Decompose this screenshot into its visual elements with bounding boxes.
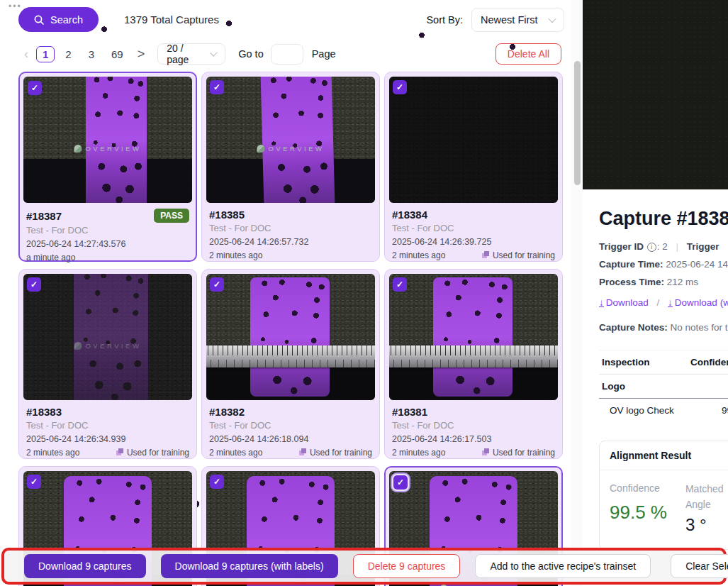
download-links-row: ↓Download / ↓Download (with labels)	[599, 297, 728, 308]
confidence-label: Confidence	[610, 482, 660, 494]
trigger-secondary-label: Trigger	[687, 241, 719, 252]
inspection-confidence: 99.5%	[688, 399, 728, 423]
capture-card[interactable]: ✓ OVERVIEW #18385 Test - For DOC 2025-06…	[201, 72, 380, 262]
capture-detail-panel: Capture #18387 Trigger ID i: 2 | Trigger…	[583, 0, 728, 586]
matched-angle-value: 3 °	[685, 515, 728, 535]
trigger-id-label: Trigger ID	[599, 241, 644, 252]
trainset-icon	[482, 253, 487, 258]
capture-card[interactable]: ✓ OVERVIEW #18383 Test - For DOC 2025-06…	[18, 269, 197, 459]
training-badge-label: Used for training	[127, 448, 189, 458]
capture-time-value: 2025-06-24 14:27:43.576	[666, 259, 728, 270]
capture-timestamp: 2025-06-24 14:26:57.732	[209, 237, 372, 247]
capture-card[interactable]: ✓ OVERVIEW #18381 Test - For DOC 2025-06…	[384, 269, 563, 459]
capture-checkbox[interactable]: ✓	[393, 80, 407, 94]
capture-full-image[interactable]	[583, 0, 728, 189]
overview-watermark: OVERVIEW	[74, 145, 141, 153]
clear-selection-button[interactable]: Clear Selection	[671, 554, 728, 578]
trainset-icon	[482, 450, 487, 455]
training-badge: Used for training	[299, 448, 372, 458]
process-time-row: Process Time: 212 ms	[599, 277, 728, 287]
add-to-the-active-recipe-s-trainset-button[interactable]: Add to the active recipe's trainset	[475, 554, 651, 578]
training-badge-label: Used for training	[493, 250, 555, 260]
capture-card[interactable]: ✓ OVERVIEW #18384 Test - For DOC 2025-06…	[384, 72, 563, 262]
inspection-name: OV logo Check	[599, 399, 688, 423]
page-number-list: 123•••69	[34, 46, 132, 62]
capture-checkbox[interactable]: ✓	[27, 475, 41, 489]
capture-timestamp: 2025-06-24 14:26:17.503	[392, 434, 555, 444]
table-row[interactable]: OV logo Check 99.5%	[599, 399, 728, 423]
training-badge: Used for training	[482, 448, 555, 458]
capture-notes-label: Capture Notes:	[599, 322, 668, 333]
captures-page: Search 1379 Total Captures Sort By: Newe…	[0, 0, 571, 586]
recipe-name: Test - For DOC	[26, 225, 189, 236]
capture-id: #18384	[392, 209, 427, 221]
capture-time-row: Capture Time: 2025-06-24 14:27:43.576	[599, 259, 728, 270]
download-with-labels-link[interactable]: ↓Download (with labels)	[668, 297, 728, 308]
process-time-label: Process Time:	[599, 277, 664, 287]
capture-notes-value: No notes for this capture	[671, 322, 728, 333]
pagination-bar: ‹ 123•••69 > 20 / page Go to Page Delete…	[18, 43, 564, 65]
capture-timestamp: 2025-06-24 14:26:18.094	[209, 434, 372, 444]
download-icon: ↓	[599, 299, 604, 307]
capture-checkbox[interactable]: ✓	[28, 81, 42, 95]
alignment-confidence: Confidence 99.5 %	[610, 482, 667, 535]
overview-watermark-text: OVERVIEW	[85, 342, 141, 350]
overview-leaf-logo	[74, 342, 82, 350]
capture-checkbox[interactable]: ✓	[210, 475, 224, 489]
capture-thumbnail: OVERVIEW	[206, 274, 375, 400]
ruler-in-photo	[206, 345, 375, 367]
capture-card[interactable]: ✓ OVERVIEW #18387 PASS Test - For DOC 20…	[18, 72, 197, 262]
capture-id: #18382	[209, 406, 245, 418]
capture-id: #18387	[26, 210, 62, 222]
scrollbar-thumb[interactable]	[574, 61, 581, 185]
alignment-result-card: Alignment Result Confidence 99.5 % Match…	[599, 441, 728, 550]
capture-id: #18383	[26, 406, 62, 418]
recipe-name: Test - For DOC	[209, 223, 372, 233]
capture-notes-row: Capture Notes: No notes for this capture	[599, 322, 728, 333]
download-link[interactable]: ↓Download	[599, 297, 649, 308]
capture-checkbox[interactable]: ✓	[210, 80, 224, 94]
overview-watermark: OVERVIEW	[257, 145, 324, 153]
ruler-in-photo	[389, 345, 558, 367]
capture-relative-time: a minute ago	[26, 253, 75, 262]
capture-grid: ✓ OVERVIEW #18387 PASS Test - For DOC 20…	[18, 72, 563, 586]
overview-leaf-logo	[257, 145, 264, 153]
recipe-name: Test - For DOC	[392, 420, 555, 431]
divider: |	[676, 241, 679, 252]
info-icon[interactable]: i	[647, 243, 656, 252]
capture-id: #18385	[209, 209, 245, 221]
overview-watermark: OVERVIEW	[74, 342, 141, 350]
recipe-name: Test - For DOC	[26, 420, 189, 431]
training-badge-label: Used for training	[310, 448, 372, 458]
capture-checkbox[interactable]: ✓	[210, 277, 224, 292]
capture-timestamp: 2025-06-24 14:27:43.576	[26, 239, 189, 249]
capture-checkbox[interactable]: ✓	[393, 475, 408, 490]
delete-9-captures-button[interactable]: Delete 9 captures	[353, 554, 461, 578]
capture-relative-time: 2 minutes ago	[209, 250, 262, 260]
capture-time-label: Capture Time:	[599, 259, 663, 270]
recipe-name: Test - For DOC	[392, 223, 555, 233]
capture-relative-time: 2 minutes ago	[26, 448, 79, 458]
process-time-value: 212 ms	[667, 277, 698, 287]
capture-thumbnail: OVERVIEW	[23, 274, 192, 400]
capture-checkbox[interactable]: ✓	[27, 277, 41, 292]
overview-watermark-text: OVERVIEW	[268, 145, 324, 153]
download-9-captures-button[interactable]: Download 9 captures	[24, 554, 146, 578]
capture-thumbnail: OVERVIEW	[389, 77, 558, 203]
group-label: Logo	[599, 375, 688, 399]
capture-id: #18381	[392, 406, 427, 418]
alignment-result-title: Alignment Result	[600, 441, 728, 470]
overview-watermark-text: OVERVIEW	[85, 145, 141, 153]
recipe-name: Test - For DOC	[209, 420, 372, 431]
training-badge-label: Used for training	[493, 448, 555, 458]
capture-thumbnail: OVERVIEW	[23, 77, 192, 203]
capture-card[interactable]: ✓ OVERVIEW #18382 Test - For DOC 2025-06…	[201, 269, 380, 459]
trigger-id-colon: : 2	[657, 241, 668, 252]
confidence-value: 99.5 %	[610, 502, 667, 524]
inspection-table: Inspection Confidence Logo OV logo Check…	[599, 350, 728, 422]
capture-relative-time: 2 minutes ago	[392, 250, 445, 260]
selection-action-bar: Download 9 capturesDownload 9 captures (…	[1, 548, 727, 585]
capture-checkbox[interactable]: ✓	[393, 277, 407, 292]
capture-thumbnail: OVERVIEW	[206, 77, 375, 203]
download-9-captures-with-labels-button[interactable]: Download 9 captures (with labels)	[161, 554, 338, 578]
